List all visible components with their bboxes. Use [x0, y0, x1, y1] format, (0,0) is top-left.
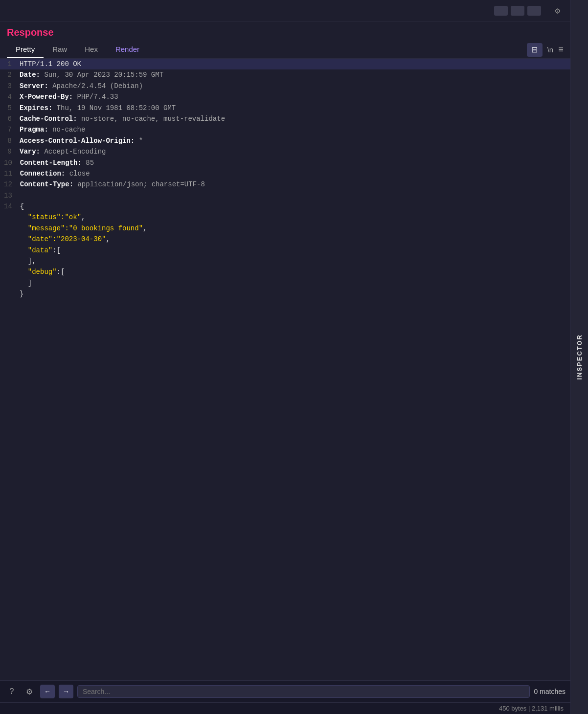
line-number — [0, 245, 18, 256]
prev-button[interactable]: ← — [40, 685, 55, 698]
code-line: 8 Access-Control-Allow-Origin: * — [0, 135, 570, 146]
line-number — [0, 267, 18, 277]
filter-button[interactable]: ⊟ — [527, 43, 543, 57]
line-content: HTTP/1.1 200 OK — [18, 59, 81, 69]
code-line: 12 Content-Type: application/json; chars… — [0, 179, 570, 190]
code-area: 1 HTTP/1.1 200 OK 2 Date: Sun, 30 Apr 20… — [0, 59, 570, 680]
tile-button[interactable] — [494, 6, 508, 16]
line-number: 14 — [0, 201, 18, 212]
line-number — [0, 256, 18, 267]
code-line: "status":"ok", — [0, 212, 570, 223]
line-content: { — [18, 201, 24, 212]
line-number — [0, 212, 18, 223]
filter-icon: ⊟ — [531, 45, 538, 54]
code-line: 1 HTTP/1.1 200 OK — [0, 59, 570, 69]
line-number — [0, 289, 18, 299]
code-line: 14 { — [0, 201, 570, 212]
line-number: 5 — [0, 103, 18, 113]
bottom-bar: ? ⚙ ← → 0 matches — [0, 680, 570, 702]
line-content: "data":[ — [18, 245, 61, 256]
line-content: Content-Length: 85 — [18, 157, 94, 168]
line-content: ] — [18, 278, 32, 289]
code-line: ], — [0, 256, 570, 267]
line-number: 11 — [0, 168, 18, 179]
line-content: "status":"ok", — [18, 212, 85, 223]
line-content: X-Powered-By: PHP/7.4.33 — [18, 91, 118, 102]
window-controls[interactable] — [494, 6, 541, 16]
code-line: 11 Connection: close — [0, 168, 570, 179]
line-number: 13 — [0, 190, 18, 201]
tabs-bar: Pretty Raw Hex Render ⊟ \n ≡ — [0, 41, 570, 59]
code-line: "date":"2023-04-30", — [0, 234, 570, 245]
tab-pretty[interactable]: Pretty — [7, 41, 44, 58]
line-number: 8 — [0, 135, 18, 146]
code-line: ] — [0, 278, 570, 289]
code-line: 3 Server: Apache/2.4.54 (Debian) — [0, 81, 570, 91]
line-content: Cache-Control: no-store, no-cache, must-… — [18, 113, 225, 124]
line-content — [18, 190, 24, 201]
code-line: 13 — [0, 190, 570, 201]
line-number: 12 — [0, 179, 18, 190]
code-line: "message":"0 bookings found", — [0, 223, 570, 234]
status-text: 450 bytes | 2,131 millis — [499, 705, 564, 712]
line-number: 6 — [0, 113, 18, 124]
line-content: Content-Type: application/json; charset=… — [18, 179, 205, 190]
line-content: ], — [18, 256, 36, 267]
response-title: Response — [0, 22, 570, 41]
help-button[interactable]: ? — [5, 685, 19, 698]
close-button[interactable] — [527, 6, 541, 16]
menu-button[interactable]: ≡ — [558, 45, 564, 55]
search-input[interactable] — [77, 685, 530, 698]
line-content: Connection: close — [18, 168, 90, 179]
tab-render[interactable]: Render — [107, 41, 148, 58]
line-content: } — [18, 289, 23, 299]
next-button[interactable]: → — [59, 685, 73, 698]
line-number — [0, 278, 18, 289]
line-number — [0, 223, 18, 234]
code-line: 6 Cache-Control: no-store, no-cache, mus… — [0, 113, 570, 124]
inspector-label: INSPECTOR — [576, 334, 583, 380]
tab-hex[interactable]: Hex — [76, 41, 107, 58]
code-line: 9 Vary: Accept-Encoding — [0, 146, 570, 157]
inspector-sidebar: INSPECTOR — [570, 0, 588, 714]
settings-icon[interactable]: ⚙ — [551, 4, 565, 18]
line-number — [0, 234, 18, 245]
code-line: 7 Pragma: no-cache — [0, 124, 570, 135]
line-number: 10 — [0, 157, 18, 168]
code-line: 5 Expires: Thu, 19 Nov 1981 08:52:00 GMT — [0, 103, 570, 113]
code-line: 2 Date: Sun, 30 Apr 2023 20:15:59 GMT — [0, 69, 570, 80]
status-bar: 450 bytes | 2,131 millis — [0, 702, 570, 714]
toolbar-right: ⊟ \n ≡ — [527, 43, 564, 57]
code-line: 4 X-Powered-By: PHP/7.4.33 — [0, 91, 570, 102]
newline-button[interactable]: \n — [547, 45, 554, 54]
code-line: } — [0, 289, 570, 299]
matches-label: 0 matches — [534, 688, 565, 695]
code-line: "data":[ — [0, 245, 570, 256]
title-bar: ⚙ — [0, 0, 570, 22]
line-content: Access-Control-Allow-Origin: * — [18, 135, 143, 146]
line-number: 2 — [0, 69, 18, 80]
line-content: "debug":[ — [18, 267, 65, 277]
line-content: Server: Apache/2.4.54 (Debian) — [18, 81, 143, 91]
line-content: Vary: Accept-Encoding — [18, 146, 106, 157]
minimize-button[interactable] — [511, 6, 524, 16]
line-content: "date":"2023-04-30", — [18, 234, 110, 245]
line-number: 9 — [0, 146, 18, 157]
settings-bottom-button[interactable]: ⚙ — [23, 685, 36, 698]
code-line: 10 Content-Length: 85 — [0, 157, 570, 168]
line-number: 4 — [0, 91, 18, 102]
line-content: "message":"0 bookings found", — [18, 223, 147, 234]
line-content: Expires: Thu, 19 Nov 1981 08:52:00 GMT — [18, 103, 176, 113]
line-content: Date: Sun, 30 Apr 2023 20:15:59 GMT — [18, 69, 163, 80]
line-content: Pragma: no-cache — [18, 124, 85, 135]
line-number: 7 — [0, 124, 18, 135]
tab-raw[interactable]: Raw — [44, 41, 76, 58]
line-number: 1 — [0, 59, 18, 69]
code-line: "debug":[ — [0, 267, 570, 277]
line-number: 3 — [0, 81, 18, 91]
